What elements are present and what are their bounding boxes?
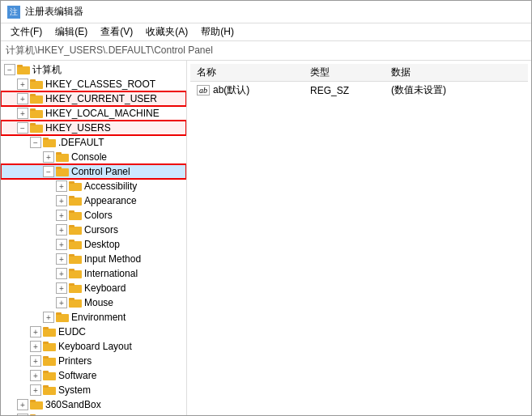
node-label-desktop: Desktop bbox=[84, 239, 120, 250]
expand-keyboard[interactable]: + bbox=[56, 282, 67, 294]
expand-colors[interactable]: + bbox=[56, 210, 67, 221]
expand-keyboardlayout[interactable]: + bbox=[30, 341, 41, 352]
cell-type: REG_SZ bbox=[304, 82, 385, 100]
tree-node-sandbox: + 360SandBox bbox=[1, 397, 186, 412]
expand-cursors[interactable]: + bbox=[56, 224, 67, 236]
expand-console[interactable]: + bbox=[43, 151, 54, 163]
tree-row-printers[interactable]: + Printers bbox=[1, 354, 186, 368]
expand-default[interactable]: − bbox=[30, 137, 41, 148]
tree-row-system[interactable]: + System bbox=[1, 383, 186, 397]
svg-rect-22 bbox=[69, 227, 82, 235]
menu-item-文件(F)[interactable]: 文件(F) bbox=[4, 23, 49, 40]
tree-row-hkcu[interactable]: + HKEY_CURRENT_USER bbox=[1, 91, 186, 106]
tree-row-controlpanel[interactable]: − Control Panel bbox=[1, 164, 186, 179]
folder-icon-filecache bbox=[30, 413, 43, 415]
svg-rect-32 bbox=[69, 299, 82, 308]
tree-row-default[interactable]: − .DEFAULT bbox=[1, 135, 186, 150]
expand-inputmethod[interactable]: + bbox=[56, 253, 67, 265]
tree-node-eudc: + EUDC bbox=[1, 325, 186, 339]
svg-rect-7 bbox=[30, 108, 36, 111]
table-row[interactable]: abab(默认) REG_SZ (数值未设置) bbox=[190, 82, 528, 100]
node-label-cursors: Cursors bbox=[84, 224, 118, 236]
tree-row-desktop[interactable]: + Desktop bbox=[1, 237, 186, 252]
window-title: 注册表编辑器 bbox=[25, 5, 83, 19]
tree-node-controlpanel: − Control Panel + Accessibility bbox=[1, 164, 186, 310]
tree-row-keyboardlayout[interactable]: + Keyboard Layout bbox=[1, 339, 186, 354]
tree-row-inputmethod[interactable]: + Input Method bbox=[1, 252, 186, 266]
expand-hklm[interactable]: + bbox=[17, 108, 28, 119]
tree-node-filecache: + FileCache bbox=[1, 412, 186, 415]
expand-software[interactable]: + bbox=[30, 370, 41, 381]
tree-node-keyboardlayout: + Keyboard Layout bbox=[1, 339, 186, 354]
svg-rect-16 bbox=[69, 183, 82, 191]
svg-rect-46 bbox=[30, 401, 43, 410]
tree-row-appearance[interactable]: + Appearance bbox=[1, 193, 186, 208]
svg-rect-18 bbox=[69, 197, 82, 206]
tree-row-filecache[interactable]: + FileCache bbox=[1, 412, 186, 415]
tree-row-eudc[interactable]: + EUDC bbox=[1, 325, 186, 339]
tree-row-keyboard[interactable]: + Keyboard bbox=[1, 281, 186, 295]
menu-item-帮助(H)[interactable]: 帮助(H) bbox=[194, 23, 240, 40]
expand-hku[interactable]: − bbox=[17, 122, 28, 134]
node-label-eudc: EUDC bbox=[58, 326, 86, 337]
tree-row-hklm[interactable]: + HKEY_LOCAL_MACHINE bbox=[1, 106, 186, 121]
svg-rect-24 bbox=[69, 241, 82, 249]
folder-icon-desktop bbox=[69, 238, 82, 251]
tree-node-international: + International bbox=[1, 266, 186, 281]
main-window: 注 注册表编辑器 文件(F)编辑(E)查看(V)收藏夹(A)帮助(H) 计算机\… bbox=[0, 0, 532, 416]
folder-icon-hklm bbox=[30, 107, 43, 120]
node-label-accessibility: Accessibility bbox=[84, 180, 137, 192]
tree-row-accessibility[interactable]: + Accessibility bbox=[1, 179, 186, 193]
tree-row-cursors[interactable]: + Cursors bbox=[1, 223, 186, 237]
menu-item-查看(V)[interactable]: 查看(V) bbox=[94, 23, 139, 40]
tree-row-mouse[interactable]: + Mouse bbox=[1, 295, 186, 310]
tree-panel[interactable]: − 计算机 + HKEY_CLASSES_ROOT bbox=[1, 61, 187, 415]
address-bar: 计算机\HKEY_USERS\.DEFAULT\Control Panel bbox=[1, 41, 531, 61]
expand-hkcu[interactable]: + bbox=[17, 93, 28, 104]
tree-node-software: + Software bbox=[1, 368, 186, 383]
address-prefix: 计算机\HKEY_USERS\.DEFAULT\Control Panel bbox=[6, 44, 213, 57]
tree-node-appearance: + Appearance bbox=[1, 193, 186, 208]
expand-accessibility[interactable]: + bbox=[56, 180, 67, 192]
expand-international[interactable]: + bbox=[56, 268, 67, 279]
tree-row-hkcr[interactable]: + HKEY_CLASSES_ROOT bbox=[1, 77, 186, 91]
tree-row-environment[interactable]: + Environment bbox=[1, 310, 186, 325]
svg-rect-14 bbox=[56, 168, 69, 176]
tree-node-printers: + Printers bbox=[1, 354, 186, 368]
tree-row-console[interactable]: + Console bbox=[1, 150, 186, 164]
expand-mouse[interactable]: + bbox=[56, 297, 67, 308]
expand-printers[interactable]: + bbox=[30, 355, 41, 367]
menu-item-收藏夹(A)[interactable]: 收藏夹(A) bbox=[139, 23, 194, 40]
tree-row-sandbox[interactable]: + 360SandBox bbox=[1, 397, 186, 412]
expand-appearance[interactable]: + bbox=[56, 195, 67, 206]
tree-row-software[interactable]: + Software bbox=[1, 368, 186, 383]
svg-rect-6 bbox=[30, 110, 43, 118]
svg-rect-9 bbox=[30, 123, 36, 125]
expand-eudc[interactable]: + bbox=[30, 326, 41, 337]
node-label-mouse: Mouse bbox=[84, 297, 113, 308]
expand-hkcr[interactable]: + bbox=[17, 79, 28, 90]
svg-rect-13 bbox=[56, 152, 62, 155]
menu-item-编辑(E)[interactable]: 编辑(E) bbox=[49, 23, 94, 40]
expand-system[interactable]: + bbox=[30, 384, 41, 396]
expand-controlpanel[interactable]: − bbox=[43, 166, 54, 177]
tree-row-hku[interactable]: − HKEY_USERS bbox=[1, 121, 186, 135]
expand-filecache[interactable]: + bbox=[17, 414, 28, 415]
folder-icon-colors bbox=[69, 209, 82, 222]
content-area: − 计算机 + HKEY_CLASSES_ROOT bbox=[1, 61, 531, 415]
tree-node-hkcr: + HKEY_CLASSES_ROOT bbox=[1, 77, 186, 91]
tree-node-cursors: + Cursors bbox=[1, 223, 186, 237]
expand-sandbox[interactable]: + bbox=[17, 399, 28, 410]
node-label-filecache: FileCache bbox=[45, 414, 89, 415]
expand-environment[interactable]: + bbox=[43, 312, 54, 323]
folder-icon-appearance bbox=[69, 194, 82, 207]
tree-row-computer[interactable]: − 计算机 bbox=[1, 62, 186, 77]
svg-rect-20 bbox=[69, 212, 82, 220]
expand-computer[interactable]: − bbox=[4, 64, 15, 75]
node-label-computer: 计算机 bbox=[32, 63, 62, 77]
svg-rect-2 bbox=[30, 81, 43, 89]
tree-row-international[interactable]: + International bbox=[1, 266, 186, 281]
tree-row-colors[interactable]: + Colors bbox=[1, 208, 186, 223]
menu-bar: 文件(F)编辑(E)查看(V)收藏夹(A)帮助(H) bbox=[1, 23, 531, 41]
expand-desktop[interactable]: + bbox=[56, 239, 67, 250]
